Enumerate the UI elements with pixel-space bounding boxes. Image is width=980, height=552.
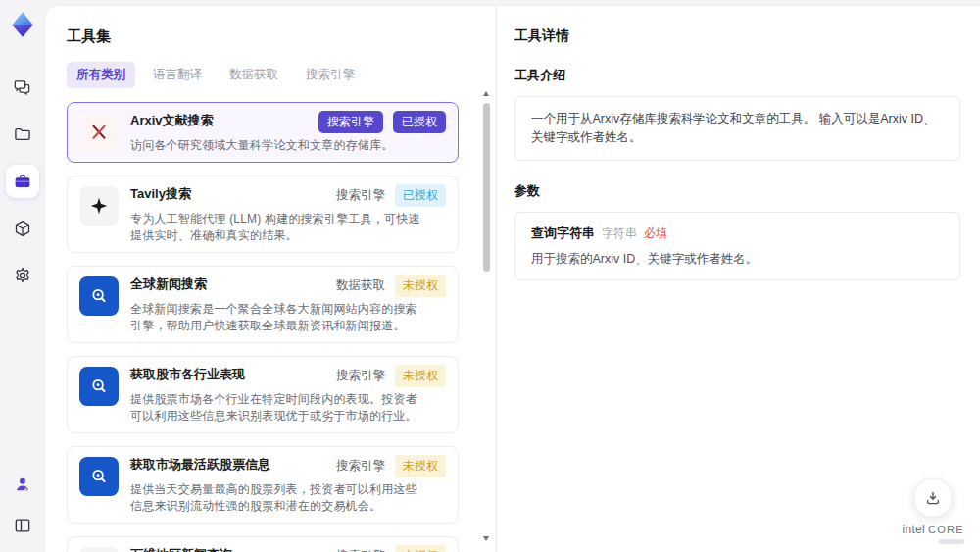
parameter-header: 查询字符串字符串必填	[531, 225, 944, 242]
newspaper-icon	[79, 547, 119, 552]
auth-badge: 已授权	[393, 111, 446, 133]
footer-actions: intelCORE	[903, 478, 965, 544]
tab-category-0[interactable]: 所有类别	[67, 62, 135, 88]
category-label: 搜索引擎	[336, 458, 385, 475]
scrollbar-thumb[interactable]	[483, 103, 490, 272]
briefcase-icon	[13, 172, 32, 191]
tool-name: 获取股市各行业表现	[130, 365, 328, 382]
tool-name: 获取市场最活跃股票信息	[130, 455, 328, 473]
tool-badges: 数据获取未授权	[336, 275, 446, 297]
sidebar-item-briefcase[interactable]	[6, 165, 39, 198]
sidebar-item-panel[interactable]	[6, 509, 39, 542]
chat-icon	[13, 77, 32, 97]
tab-category-2[interactable]: 数据获取	[220, 62, 288, 88]
arxiv-icon	[88, 122, 110, 143]
sidebar-item-user[interactable]	[6, 468, 39, 501]
tool-name: 全球新闻搜索	[130, 275, 328, 292]
tool-card[interactable]: 万维地区新闻查询搜索引擎未授权查询具体行政区划内的新闻，快速了解各地新闻动态	[67, 536, 459, 552]
tool-card-header: 万维地区新闻查询搜索引擎未授权	[130, 545, 446, 552]
tool-description: 提供股票市场各个行业在特定时间段内的表现。投资者可以利用这些信息来识别表现优于或…	[130, 391, 446, 425]
param-required-badge: 必填	[644, 226, 667, 240]
tool-card-body: 获取市场最活跃股票信息搜索引擎未授权提供当天交易量最高的股票列表，投资者可以利用…	[130, 455, 446, 515]
sidebar-item-cube[interactable]	[6, 212, 39, 245]
tool-card-header: 全球新闻搜索数据获取未授权	[130, 275, 446, 297]
tool-description: 访问各个研究领域大量科学论文和文章的存储库。	[130, 137, 446, 154]
auth-badge: 未授权	[395, 275, 446, 297]
tool-list: Arxiv文献搜索搜索引擎已授权访问各个研究领域大量科学论文和文章的存储库。Ta…	[67, 102, 470, 552]
auth-badge: 未授权	[395, 365, 446, 387]
tool-card-body: 万维地区新闻查询搜索引擎未授权查询具体行政区划内的新闻，快速了解各地新闻动态	[130, 545, 446, 552]
tool-list-panel: 工具集 所有类别语言翻译数据获取搜索引擎 Arxiv文献搜索搜索引擎已授权访问各…	[45, 6, 496, 552]
app-window: 工具集 所有类别语言翻译数据获取搜索引擎 Arxiv文献搜索搜索引擎已授权访问各…	[0, 0, 980, 552]
tool-card[interactable]: 全球新闻搜索数据获取未授权全球新闻搜索是一个聚合全球各大新闻网站内容的搜索引擎，…	[67, 266, 459, 343]
params-section-label: 参数	[514, 182, 960, 200]
category-tabs: 所有类别语言翻译数据获取搜索引擎	[67, 62, 470, 88]
tool-badges: 搜索引擎未授权	[336, 455, 446, 477]
tab-category-1[interactable]: 语言翻译	[143, 62, 212, 88]
tool-card[interactable]: 获取市场最活跃股票信息搜索引擎未授权提供当天交易量最高的股票列表，投资者可以利用…	[67, 446, 459, 524]
tool-card-header: Tavily搜索搜索引擎已授权	[130, 184, 446, 207]
scroll-up-icon[interactable]	[483, 91, 489, 96]
news-icon	[88, 376, 110, 397]
tool-badges: 搜索引擎已授权	[336, 184, 446, 207]
brand-intel: intel	[903, 523, 926, 536]
tool-card[interactable]: Arxiv文献搜索搜索引擎已授权访问各个研究领域大量科学论文和文章的存储库。	[67, 102, 459, 163]
news-icon	[88, 285, 110, 307]
tool-card-header: 获取市场最活跃股票信息搜索引擎未授权	[130, 455, 446, 477]
tool-card[interactable]: Tavily搜索搜索引擎已授权专为人工智能代理 (LLM) 构建的搜索引擎工具，…	[67, 176, 459, 253]
tool-detail-panel: 工具详情 工具介绍 一个用于从Arxiv存储库搜索科学论文和文章的工具。 输入可…	[496, 6, 980, 552]
detail-title: 工具详情	[514, 27, 960, 45]
tool-description: 全球新闻搜索是一个聚合全球各大新闻网站内容的搜索引擎，帮助用户快速获取全球最新资…	[130, 301, 446, 334]
tool-badges: 搜索引擎未授权	[336, 545, 446, 552]
tool-name: Arxiv文献搜索	[130, 111, 311, 128]
tool-card-body: Arxiv文献搜索搜索引擎已授权访问各个研究领域大量科学论文和文章的存储库。	[130, 111, 446, 154]
sidebar-item-gear[interactable]	[6, 259, 39, 292]
tool-description: 专为人工智能代理 (LLM) 构建的搜索引擎工具，可快速提供实时、准确和真实的结…	[130, 211, 446, 244]
cube-icon	[13, 219, 32, 238]
scroll-down-icon[interactable]	[483, 536, 489, 541]
page-title: 工具集	[67, 27, 470, 46]
folder-icon	[13, 125, 32, 144]
tool-name: 万维地区新闻查询	[130, 545, 328, 552]
user-icon	[13, 475, 32, 494]
download-icon	[924, 489, 942, 507]
arxiv-icon	[79, 113, 119, 152]
news-icon	[79, 457, 119, 496]
app-logo-icon	[8, 10, 37, 39]
news-icon	[79, 276, 119, 316]
category-label: 搜索引擎	[336, 187, 385, 204]
param-type: 字符串	[602, 226, 637, 240]
news-icon	[88, 466, 110, 487]
category-label: 搜索引擎	[336, 548, 385, 552]
intel-core-logo: intelCORE	[903, 524, 965, 544]
auth-badge: 未授权	[395, 545, 446, 552]
intro-section-label: 工具介绍	[514, 67, 960, 84]
download-button[interactable]	[913, 478, 953, 518]
category-label: 数据获取	[336, 277, 385, 294]
sidebar-item-folder[interactable]	[6, 118, 39, 151]
tab-category-3[interactable]: 搜索引擎	[296, 62, 365, 88]
auth-badge: 已授权	[395, 184, 446, 207]
gear-icon	[13, 266, 32, 285]
tool-card[interactable]: 获取股市各行业表现搜索引擎未授权提供股票市场各个行业在特定时间段内的表现。投资者…	[67, 356, 459, 433]
news-icon	[79, 367, 119, 406]
parameter-list: 查询字符串字符串必填用于搜索的Arxiv ID、关键字或作者姓名。	[514, 212, 960, 280]
parameter-item: 查询字符串字符串必填用于搜索的Arxiv ID、关键字或作者姓名。	[514, 212, 960, 280]
sidebar-item-chat[interactable]	[6, 71, 39, 104]
tool-card-body: 获取股市各行业表现搜索引擎未授权提供股票市场各个行业在特定时间段内的表现。投资者…	[130, 365, 446, 425]
tool-card-header: Arxiv文献搜索搜索引擎已授权	[130, 111, 446, 133]
param-description: 用于搜索的Arxiv ID、关键字或作者姓名。	[531, 251, 944, 268]
param-name: 查询字符串	[531, 226, 595, 240]
category-label: 搜索引擎	[336, 368, 385, 384]
brand-core: CORE	[928, 524, 964, 535]
brand-bar	[939, 539, 964, 544]
tool-badges: 搜索引擎未授权	[336, 365, 446, 387]
sidebar	[0, 0, 45, 552]
category-badge: 搜索引擎	[318, 111, 383, 133]
tool-card-body: 全球新闻搜索数据获取未授权全球新闻搜索是一个聚合全球各大新闻网站内容的搜索引擎，…	[130, 275, 446, 334]
tool-name: Tavily搜索	[130, 184, 328, 202]
main-surface: 工具集 所有类别语言翻译数据获取搜索引擎 Arxiv文献搜索搜索引擎已授权访问各…	[45, 6, 980, 552]
list-scrollbar[interactable]	[482, 90, 491, 542]
tool-card-body: Tavily搜索搜索引擎已授权专为人工智能代理 (LLM) 构建的搜索引擎工具，…	[130, 184, 446, 244]
tavily-icon	[88, 195, 110, 217]
